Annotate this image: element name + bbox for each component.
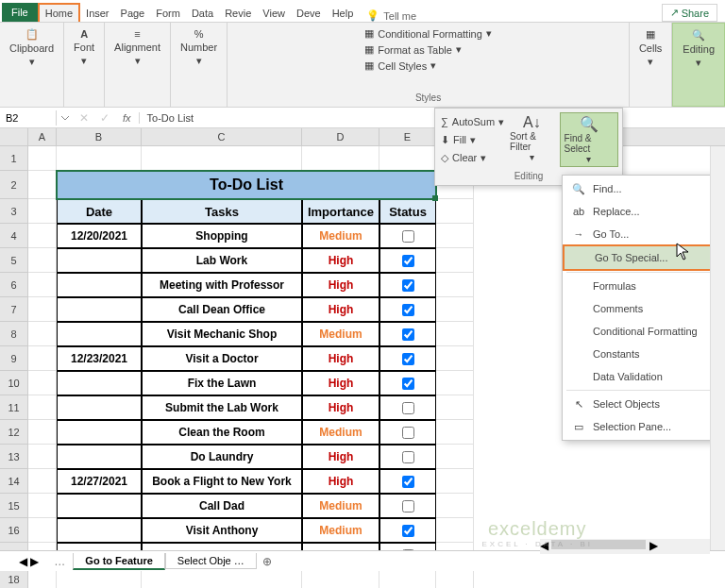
cell[interactable] [436, 224, 474, 248]
tab-page[interactable]: Page [115, 5, 151, 22]
cell[interactable] [436, 420, 474, 445]
cell[interactable] [28, 199, 57, 224]
cell[interactable] [28, 420, 57, 445]
status-checkbox[interactable] [379, 371, 436, 395]
tell-me[interactable]: 💡Tell me [366, 9, 416, 22]
cell[interactable] [379, 146, 436, 171]
clear[interactable]: ◇Clear ▾ [439, 151, 506, 165]
cell[interactable] [57, 445, 142, 469]
cell[interactable]: Submit the Lab Work [142, 395, 302, 420]
cell[interactable] [57, 494, 142, 518]
cell[interactable]: 12/27/2021 [57, 469, 142, 494]
row-header[interactable]: 13 [0, 445, 28, 469]
menu-constants[interactable]: Constants [563, 343, 721, 365]
cell[interactable]: Visit a Doctor [142, 346, 302, 371]
cell[interactable] [436, 297, 474, 322]
cell[interactable] [28, 346, 57, 371]
row-header[interactable]: 5 [0, 248, 28, 273]
fill[interactable]: ⬇Fill ▾ [439, 133, 506, 147]
menu-select-objects[interactable]: ↖Select Objects [563, 393, 721, 415]
row-header[interactable]: 12 [0, 420, 28, 445]
cell[interactable]: High [302, 469, 379, 494]
fx-button[interactable]: fx [115, 112, 140, 124]
cell[interactable]: Tasks [142, 199, 302, 224]
cell[interactable] [57, 371, 142, 395]
tab-developer[interactable]: Deve [291, 5, 327, 22]
dropdown-icon[interactable] [60, 113, 70, 123]
col-D[interactable]: D [302, 128, 379, 145]
status-checkbox[interactable] [379, 248, 436, 273]
menu-replace[interactable]: abReplace... [563, 200, 721, 223]
row-header[interactable]: 15 [0, 494, 28, 518]
cell[interactable]: Visit Anthony [142, 518, 302, 543]
row-header[interactable]: 6 [0, 273, 28, 297]
tab-file[interactable]: File [2, 3, 38, 22]
cell[interactable] [28, 469, 57, 494]
cell[interactable] [436, 273, 474, 297]
cell[interactable]: High [302, 273, 379, 297]
status-checkbox[interactable] [379, 395, 436, 420]
cell[interactable] [28, 297, 57, 322]
cell[interactable] [28, 445, 57, 469]
sheet-tab-2[interactable]: Select Obje … [165, 553, 257, 569]
formula-input[interactable]: To-Do List [140, 110, 725, 126]
cell[interactable]: Do Laundry [142, 445, 302, 469]
status-checkbox[interactable] [379, 518, 436, 543]
col-B[interactable]: B [57, 128, 142, 145]
format-as-table[interactable]: ▦Format as Table ▾ [361, 42, 496, 57]
menu-data-validation[interactable]: Data Validation [563, 365, 721, 388]
cell[interactable] [436, 518, 474, 543]
menu-find[interactable]: 🔍Find... [563, 177, 721, 200]
cell[interactable]: Medium [302, 224, 379, 248]
cell[interactable]: High [302, 346, 379, 371]
horizontal-scrollbar[interactable]: ◀ ▶ [540, 539, 710, 554]
menu-goto[interactable]: →Go To... [563, 223, 721, 245]
status-checkbox[interactable] [379, 445, 436, 469]
cell[interactable]: High [302, 371, 379, 395]
name-box[interactable]: B2 [0, 110, 57, 126]
cell[interactable] [28, 171, 57, 199]
cell[interactable]: Fix the Lawn [142, 371, 302, 395]
row-header[interactable]: 1 [0, 146, 28, 171]
cell[interactable]: Visit Mechanic Shop [142, 322, 302, 346]
cell[interactable] [28, 395, 57, 420]
row-header[interactable]: 4 [0, 224, 28, 248]
menu-selection-pane[interactable]: ▭Selection Pane... [563, 415, 721, 438]
tab-home[interactable]: Home [38, 3, 80, 22]
status-checkbox[interactable] [379, 494, 436, 518]
cell[interactable]: Clean the Room [142, 420, 302, 445]
cell[interactable] [57, 273, 142, 297]
cell-styles[interactable]: ▦Cell Styles ▾ [361, 59, 496, 73]
table-title[interactable]: To-Do List [57, 171, 436, 199]
sort-filter[interactable]: A↓Sort & Filter▾ [506, 112, 558, 167]
status-checkbox[interactable] [379, 420, 436, 445]
cell[interactable]: Lab Work [142, 248, 302, 273]
status-checkbox[interactable] [379, 322, 436, 346]
cell[interactable] [436, 199, 474, 224]
status-checkbox[interactable] [379, 273, 436, 297]
cell[interactable] [436, 346, 474, 371]
cell[interactable] [28, 322, 57, 346]
vertical-scrollbar[interactable] [710, 146, 725, 550]
cell[interactable] [436, 494, 474, 518]
cell[interactable]: Medium [302, 518, 379, 543]
status-checkbox[interactable] [379, 469, 436, 494]
cell[interactable]: Call Dad [142, 494, 302, 518]
cell[interactable]: Status [379, 199, 436, 224]
cell[interactable]: Date [57, 199, 142, 224]
cell[interactable] [302, 146, 379, 171]
cell[interactable] [28, 146, 57, 171]
cell[interactable] [57, 518, 142, 543]
find-select[interactable]: 🔍Find & Select▾ [560, 112, 618, 167]
cell[interactable]: High [302, 445, 379, 469]
number-button[interactable]: %Number▾ [177, 26, 221, 69]
share-button[interactable]: ↗Share [662, 4, 717, 22]
select-all[interactable] [0, 128, 28, 145]
sheet-nav[interactable]: ◀ ▶ [19, 555, 39, 568]
cell[interactable]: High [302, 248, 379, 273]
autosum[interactable]: ∑AutoSum ▾ [439, 115, 506, 129]
font-button[interactable]: AFont▾ [70, 26, 98, 69]
col-E[interactable]: E [379, 128, 436, 145]
row-header[interactable]: 8 [0, 322, 28, 346]
cell[interactable]: Medium [302, 494, 379, 518]
